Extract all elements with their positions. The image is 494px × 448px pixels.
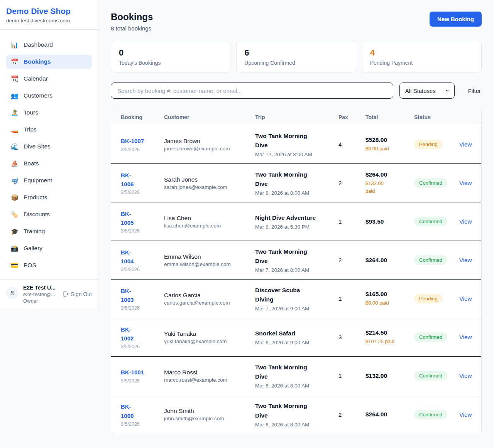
paid-amount: $0.00 paid: [365, 145, 410, 153]
trip-cell: Two Tank Morning Dive Mar 12, 2026 at 8:…: [255, 131, 338, 157]
trip-datetime: Mar 7, 2026 at 8:00 AM: [255, 267, 335, 273]
booking-date: 3/5/2026: [121, 190, 160, 195]
table-row: BK- 1002 3/5/2026 Yuki Tanaka yuki.tanak…: [111, 318, 481, 357]
sidebar-item-products[interactable]: 📦 Products: [6, 190, 92, 204]
status-badge: Confirmed: [414, 178, 447, 188]
trip-datetime: Mar 6, 2026 at 8:00 AM: [255, 422, 335, 428]
customer-cell: James Brown james.brown@example.com: [164, 138, 255, 152]
sign-out-button[interactable]: Sign Out: [62, 291, 92, 297]
booking-date: 3/5/2026: [121, 378, 160, 384]
customer-cell: Lisa Chen lisa.chen@example.com: [164, 215, 255, 229]
sidebar-item-training[interactable]: 🎓 Training: [6, 224, 92, 238]
filter-button[interactable]: Filter: [467, 86, 482, 96]
stat-card-todays-bookings: 0 Today's Bookings: [111, 41, 230, 72]
booking-id-link[interactable]: BK- 1004: [121, 248, 134, 266]
pax-cell: 1: [338, 218, 365, 225]
customer-cell: Carlos Garcia carlos.garcia@example.com: [164, 292, 255, 306]
booking-id-link[interactable]: BK-1001: [121, 368, 144, 377]
customer-email: james.brown@example.com: [164, 146, 251, 152]
sidebar-item-equipment[interactable]: 🤿 Equipment: [6, 173, 92, 187]
view-link[interactable]: View: [459, 218, 472, 225]
column-header-total: Total: [365, 114, 414, 120]
status-filter-value: All Statuses: [405, 88, 436, 94]
sidebar-item-trips[interactable]: 🚤 Trips: [6, 123, 92, 136]
sidebar-item-dive-sites[interactable]: 🌊 Dive Sites: [6, 140, 92, 153]
new-booking-button[interactable]: New Booking: [430, 12, 482, 27]
view-link[interactable]: View: [459, 257, 472, 263]
user-info: E2E Test U... e2e-tester@... Owner: [23, 285, 58, 304]
sidebar-item-discounts[interactable]: 🏷️ Discounts: [6, 207, 92, 221]
booking-id-link[interactable]: BK- 1005: [121, 209, 134, 227]
sidebar-item-label: Bookings: [24, 58, 51, 65]
stats-row: 0 Today's Bookings 6 Upcoming Confirmed …: [111, 41, 482, 72]
sidebar-item-calendar[interactable]: 📆 Calendar: [6, 72, 92, 86]
status-cell: Confirmed: [414, 178, 459, 188]
shop-name: Demo Dive Shop: [6, 7, 92, 16]
stat-label: Pending Payment: [370, 60, 474, 66]
booking-id-link[interactable]: BK- 1003: [121, 286, 134, 305]
tag-icon: 🏷️: [11, 211, 19, 218]
customer-name: John Smith: [164, 408, 251, 414]
trip-cell: Two Tank Morning Dive Mar 7, 2026 at 8:0…: [255, 247, 338, 273]
trip-name: Snorkel Safari: [255, 329, 335, 338]
column-header-trip: Trip: [255, 114, 338, 120]
sidebar-item-label: Dashboard: [24, 41, 53, 48]
booking-id-link[interactable]: BK- 1002: [121, 325, 134, 343]
booking-id-link[interactable]: BK- 1006: [121, 171, 134, 189]
booking-cell: BK- 1000 3/5/2026: [121, 402, 164, 427]
total-cell: $165.00 $0.00 paid: [365, 291, 414, 307]
sidebar-item-bookings[interactable]: 📅 Bookings: [6, 55, 92, 69]
sailboat-icon: ⛵: [11, 160, 19, 167]
sidebar-item-label: Products: [24, 194, 47, 201]
camera-icon: 📸: [11, 245, 19, 252]
customer-email: marco.rossi@example.com: [164, 377, 251, 383]
booking-cell: BK- 1005 3/5/2026: [121, 209, 164, 234]
speedboat-icon: 🚤: [11, 126, 19, 133]
pax-cell: 2: [338, 257, 365, 263]
sidebar-item-tours[interactable]: 🏝️ Tours: [6, 106, 92, 120]
view-link[interactable]: View: [459, 334, 472, 340]
package-icon: 📦: [11, 194, 19, 201]
status-filter-select[interactable]: All Statuses: [399, 83, 455, 99]
table-row: BK- 1004 3/5/2026 Emma Wilson emma.wilso…: [111, 241, 481, 280]
booking-id-link[interactable]: BK-1007: [121, 136, 144, 145]
view-link[interactable]: View: [459, 411, 472, 418]
view-link[interactable]: View: [459, 141, 472, 148]
view-link[interactable]: View: [459, 295, 472, 302]
sidebar-item-label: Boats: [24, 160, 39, 167]
status-badge: Confirmed: [414, 332, 447, 342]
booking-cell: BK-1007 3/5/2026: [121, 136, 164, 152]
total-amount: $264.00: [365, 257, 410, 264]
view-link[interactable]: View: [459, 372, 472, 379]
trip-cell: Night Dive Adventure Mar 8, 2026 at 5:30…: [255, 213, 338, 230]
booking-date: 3/5/2026: [121, 228, 160, 234]
sidebar-item-boats[interactable]: ⛵ Boats: [6, 157, 92, 170]
sidebar-item-dashboard[interactable]: 📊 Dashboard: [6, 38, 92, 52]
sign-out-icon: [62, 291, 69, 297]
booking-date: 3/5/2026: [121, 421, 160, 427]
customer-name: Sarah Jones: [164, 176, 251, 183]
customer-name: Carlos Garcia: [164, 292, 251, 299]
sidebar-item-customers[interactable]: 👥 Customers: [6, 89, 92, 103]
customer-email: sarah.jones@example.com: [164, 184, 251, 190]
sidebar-item-label: Dive Sites: [24, 143, 51, 150]
sidebar-item-gallery[interactable]: 📸 Gallery: [6, 241, 92, 255]
pax-cell: 1: [338, 295, 365, 302]
trip-cell: Two Tank Morning Dive Mar 6, 2026 at 8:0…: [255, 363, 338, 389]
paid-amount: $0.00 paid: [365, 299, 410, 307]
view-link[interactable]: View: [459, 180, 472, 186]
actions-cell: View: [459, 372, 475, 379]
status-cell: Confirmed: [414, 255, 459, 265]
pax-cell: 4: [338, 141, 365, 148]
booking-id-link[interactable]: BK- 1000: [121, 402, 134, 420]
status-badge: Pending: [414, 140, 443, 149]
trip-cell: Discover Scuba Diving Mar 7, 2026 at 9:0…: [255, 286, 338, 312]
sidebar-item-pos[interactable]: 💳 POS: [6, 258, 92, 272]
sidebar-item-label: Training: [24, 228, 45, 235]
paid-amount: $107.25 paid: [365, 338, 410, 345]
brand: Demo Dive Shop demo.test.divestreams.com: [0, 0, 98, 29]
sidebar-item-label: Discounts: [24, 211, 50, 218]
user-name: E2E Test U...: [23, 285, 58, 291]
search-input[interactable]: [111, 83, 393, 99]
sidebar-user-footer: E2E Test U... e2e-tester@... Owner Sign …: [0, 279, 98, 310]
